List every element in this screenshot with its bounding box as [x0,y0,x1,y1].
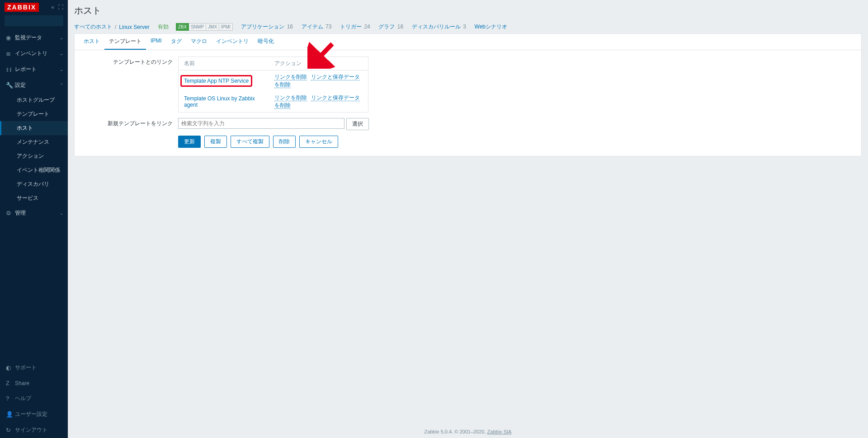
new-template-input[interactable] [178,118,344,129]
count-items: 73 [326,24,331,30]
share-icon: Z [6,380,15,386]
link-applications[interactable]: アプリケーション [241,24,284,30]
tab-tags[interactable]: タグ [166,34,186,50]
nav-sub-hosts[interactable]: ホスト [0,121,68,135]
search-box[interactable]: 🔍 [5,15,63,26]
unlink-link[interactable]: リンクを削除 [274,74,307,80]
nav-sub-discovery[interactable]: ディスカバリ [0,177,68,191]
chevron-down-icon: ⌄ [60,211,63,216]
fullscreen-icon[interactable]: ⛶ [58,4,63,10]
nav-sub-templates[interactable]: テンプレート [0,107,68,121]
template-link-linux[interactable]: Template OS Linux by Zabbix agent [184,95,255,108]
nav-sub-services[interactable]: サービス [0,191,68,205]
nav-inventory[interactable]: ≣インベントリ⌄ [0,46,68,61]
col-name: 名前 [179,57,269,71]
chevron-up-icon: ⌃ [60,83,63,88]
tab-encryption[interactable]: 暗号化 [253,34,278,50]
breadcrumb-host[interactable]: Linux Server [119,24,149,30]
gear-icon: ⚙ [6,210,15,217]
table-row: Template OS Linux by Zabbix agent リンクを削除… [179,91,368,113]
footer: Zabbix 5.0.4. © 2001–2020, Zabbix SIA [68,425,868,438]
linked-templates-table: 名前 アクション Template App NTP Service [178,57,368,113]
count-graphs: 16 [397,24,403,30]
nav-main: ◉監視データ⌄ ≣インベントリ⌄ ⫿⫿レポート⌄ 🔧設定⌃ ホストグループ テン… [0,30,68,221]
tab-templates[interactable]: テンプレート [104,34,146,50]
nav-help[interactable]: ?ヘルプ [0,391,68,406]
breadcrumb-sep: / [115,24,116,30]
nav-label: ユーザー設定 [15,410,47,418]
unlink-link[interactable]: リンクを削除 [274,94,307,101]
nav-label: インベントリ [15,50,47,57]
tab-macros[interactable]: マクロ [186,34,212,50]
footer-link[interactable]: Zabbix SIA [487,429,512,434]
form-area: テンプレートとのリンク 名前 アクション [75,50,861,156]
nav-administration[interactable]: ⚙管理⌄ [0,205,68,221]
chevron-down-icon: ⌄ [60,35,63,40]
support-icon: ◐ [6,364,15,371]
badge-snmp: SNMP [189,23,206,31]
link-triggers[interactable]: トリガー [340,24,362,30]
nav-label: 管理 [15,209,26,217]
chevron-down-icon: ⌄ [60,67,63,72]
logo[interactable]: ZABBIX [5,3,39,12]
nav-sub-actions[interactable]: アクション [0,149,68,163]
full-clone-button[interactable]: すべて複製 [231,136,269,148]
col-action: アクション [269,57,368,71]
delete-button[interactable]: 削除 [273,136,296,148]
link-graphs[interactable]: グラフ [378,24,395,30]
nav-sub-correlation[interactable]: イベント相関関係 [0,163,68,177]
nav-label: ヘルプ [15,395,31,402]
nav-sub-maintenance[interactable]: メンテナンス [0,135,68,149]
select-button[interactable]: 選択 [346,118,369,130]
collapse-icon[interactable]: « [51,4,54,10]
footer-text: Zabbix 5.0.4. © 2001–2020, [425,429,487,434]
nav-label: サポート [15,364,37,372]
link-webscenario[interactable]: Webシナリオ [475,24,507,30]
nav-support[interactable]: ◐サポート [0,360,68,376]
sidebar-header: ZABBIX « ⛶ [0,0,68,14]
list-icon: ≣ [6,50,15,57]
cancel-button[interactable]: キャンセル [299,136,338,148]
nav-share[interactable]: ZShare [0,376,68,391]
nav-label: 監視データ [15,34,42,42]
eye-icon: ◉ [6,34,15,41]
breadcrumb: すべてのホスト / Linux Server 有効 ZBX SNMP JMX I… [68,20,868,33]
nav-configuration-sub: ホストグループ テンプレート ホスト メンテナンス アクション イベント相関関係… [0,93,68,205]
chart-icon: ⫿⫿ [6,66,15,73]
content-panel: ホスト テンプレート IPMI タグ マクロ インベントリ 暗号化 テンプレート… [74,33,862,156]
nav-configuration[interactable]: 🔧設定⌃ [0,77,68,93]
link-discovery[interactable]: ディスカバリルール [412,24,461,30]
chevron-down-icon: ⌄ [60,51,63,56]
page-title: ホスト [68,0,868,20]
update-button[interactable]: 更新 [178,136,201,148]
badge-jmx: JMX [206,23,219,31]
count-discovery: 3 [463,24,466,30]
template-link-ntp[interactable]: Template App NTP Service [184,78,249,84]
nav-reports[interactable]: ⫿⫿レポート⌄ [0,61,68,77]
user-icon: 👤 [6,411,15,418]
search-input[interactable] [7,18,75,24]
wrench-icon: 🔧 [6,82,15,89]
nav-label: サインアウト [15,426,47,434]
link-items[interactable]: アイテム [302,24,323,30]
clone-button[interactable]: 複製 [204,136,227,148]
sidebar-bottom: ◐サポート ZShare ?ヘルプ 👤ユーザー設定 ↻サインアウト [0,360,68,438]
sidebar: ZABBIX « ⛶ 🔍 ◉監視データ⌄ ≣インベントリ⌄ ⫿⫿レポート⌄ 🔧設… [0,0,68,438]
badge-ipmi: IPMI [219,23,233,31]
table-row: Template App NTP Service リンクを削除 リンクと保存デー… [179,71,368,92]
tab-host[interactable]: ホスト [79,34,104,50]
tabs: ホスト テンプレート IPMI タグ マクロ インベントリ 暗号化 [75,34,861,50]
nav-signout[interactable]: ↻サインアウト [0,422,68,438]
breadcrumb-all-hosts[interactable]: すべてのホスト [74,23,112,31]
tab-ipmi[interactable]: IPMI [146,34,166,50]
nav-monitoring[interactable]: ◉監視データ⌄ [0,30,68,46]
tab-inventory[interactable]: インベントリ [212,34,253,50]
nav-usersettings[interactable]: 👤ユーザー設定 [0,406,68,422]
nav-label: 設定 [15,81,26,89]
availability-badges: ZBX SNMP JMX IPMI [176,23,233,31]
signout-icon: ↻ [6,427,15,433]
badge-zbx: ZBX [176,23,189,31]
label-linked-templates: テンプレートとのリンク [81,57,178,66]
nav-sub-hostgroups[interactable]: ホストグループ [0,93,68,107]
status-enabled: 有効 [158,23,169,31]
